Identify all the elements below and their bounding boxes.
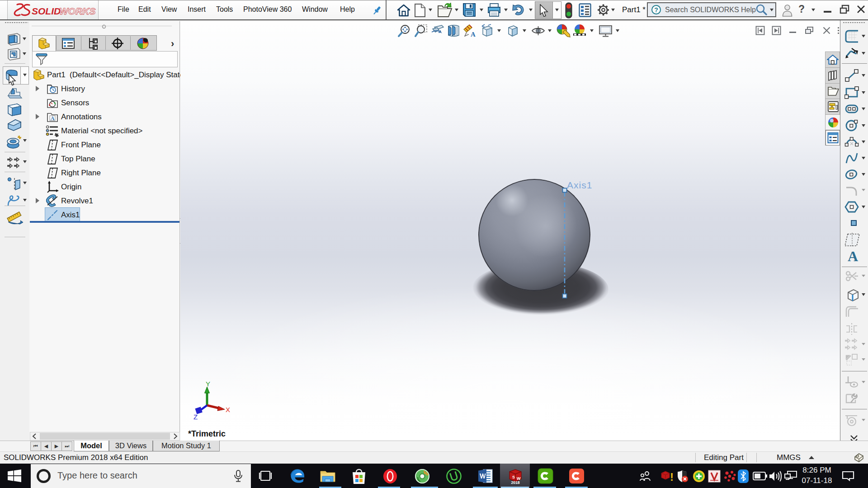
svg-text:2018: 2018 — [511, 480, 519, 485]
svg-text:Y: Y — [206, 380, 210, 388]
svg-text:Z: Z — [193, 413, 198, 420]
svg-text:S: S — [512, 475, 515, 479]
svg-text:A: A — [471, 31, 476, 38]
svg-text:X: X — [226, 406, 230, 413]
svg-text:!: ! — [670, 471, 674, 483]
